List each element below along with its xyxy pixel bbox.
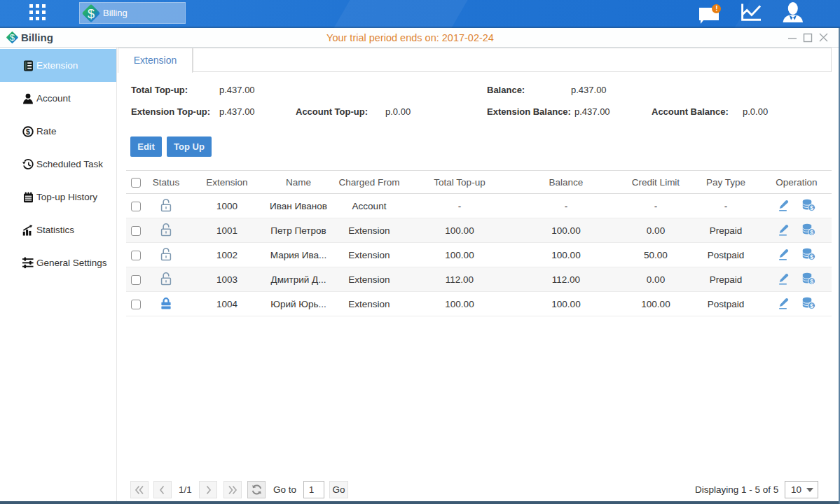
svg-text:!: ! xyxy=(715,5,717,13)
svg-text:$: $ xyxy=(810,277,813,284)
svg-text:$: $ xyxy=(88,6,95,20)
svg-text:$: $ xyxy=(810,253,813,260)
svg-text:$: $ xyxy=(810,302,813,309)
svg-text:$: $ xyxy=(810,204,813,211)
svg-text:$: $ xyxy=(810,228,813,235)
svg-text:$: $ xyxy=(26,127,30,136)
